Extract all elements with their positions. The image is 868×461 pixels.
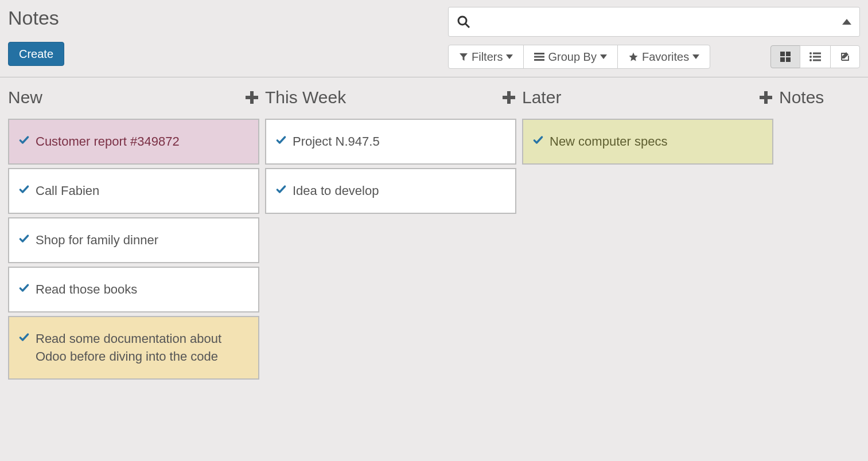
create-button[interactable]: Create: [8, 42, 64, 66]
svg-rect-20: [760, 96, 772, 99]
kanban-column: LaterNew computer specs: [522, 88, 779, 168]
card-text: New computer specs: [550, 132, 667, 151]
check-icon: [532, 134, 544, 146]
bars-icon: [534, 52, 544, 61]
kanban-column: NewCustomer report #349872Call FabienSho…: [8, 88, 265, 383]
svg-rect-8: [786, 57, 791, 62]
page-title: Notes: [8, 7, 64, 29]
card-text: Project N.947.5: [293, 132, 380, 151]
check-icon: [18, 331, 30, 343]
column-header: This Week: [265, 88, 516, 107]
kanban-card[interactable]: Idea to develop: [265, 168, 516, 214]
search-icon: [457, 15, 470, 29]
card-text: Read some documentation about Odoo befor…: [36, 330, 249, 366]
kanban-card[interactable]: Customer report #349872: [8, 119, 259, 165]
check-icon: [18, 233, 30, 244]
svg-point-9: [809, 52, 812, 54]
check-icon: [18, 282, 30, 294]
column-header: Notes: [779, 88, 824, 107]
kanban-column: This WeekProject N.947.5Idea to develop: [265, 88, 522, 217]
chevron-down-icon: [692, 54, 699, 59]
add-card-button[interactable]: [501, 90, 516, 105]
column-title: Later: [522, 88, 561, 107]
add-card-button[interactable]: [758, 90, 773, 105]
favorites-button[interactable]: Favorites: [617, 45, 710, 69]
create-button-label: Create: [19, 48, 53, 60]
card-text: Call Fabien: [36, 182, 99, 200]
plus-icon: [501, 90, 516, 105]
chevron-down-icon: [600, 54, 607, 59]
kanban-card[interactable]: Shop for family dinner: [8, 217, 259, 263]
kanban-board: NewCustomer report #349872Call FabienSho…: [0, 77, 868, 393]
card-text: Idea to develop: [293, 182, 379, 200]
svg-line-1: [465, 24, 469, 28]
filters-label: Filters: [472, 51, 503, 62]
kanban-view-button[interactable]: [770, 45, 800, 68]
column-title: New: [8, 88, 42, 107]
kanban-card[interactable]: Project N.947.5: [265, 119, 516, 165]
search-expand-icon[interactable]: [842, 19, 851, 25]
card-text: Shop for family dinner: [36, 231, 158, 249]
list-icon: [809, 52, 821, 61]
header: Notes Create Filters: [0, 0, 868, 77]
svg-rect-12: [813, 56, 821, 58]
check-icon: [275, 134, 287, 146]
controls-row: Filters Group By Favorites: [448, 45, 860, 69]
kanban-column: Notes: [779, 88, 830, 119]
list-view-button[interactable]: [800, 45, 831, 68]
chevron-down-icon: [506, 54, 513, 59]
svg-rect-5: [780, 52, 785, 56]
column-header: Later: [522, 88, 773, 107]
svg-rect-3: [534, 56, 544, 58]
svg-rect-4: [534, 59, 544, 61]
kanban-card[interactable]: Call Fabien: [8, 168, 259, 214]
check-icon: [18, 183, 30, 195]
header-right: Filters Group By Favorites: [448, 7, 860, 69]
edit-icon: [840, 52, 850, 62]
check-icon: [18, 134, 30, 146]
svg-rect-7: [780, 57, 785, 62]
svg-rect-10: [813, 53, 821, 54]
filter-buttons: Filters Group By Favorites: [448, 45, 710, 69]
edit-view-button[interactable]: [830, 45, 860, 68]
kanban-card[interactable]: New computer specs: [522, 119, 773, 165]
filters-button[interactable]: Filters: [448, 45, 524, 69]
star-icon: [628, 52, 639, 62]
groupby-button[interactable]: Group By: [523, 45, 617, 69]
svg-rect-2: [534, 53, 544, 54]
search-input[interactable]: [470, 15, 842, 29]
groupby-label: Group By: [548, 51, 596, 62]
plus-icon: [244, 90, 259, 105]
svg-rect-16: [246, 96, 258, 99]
svg-point-0: [458, 17, 466, 25]
svg-point-13: [809, 59, 812, 61]
svg-rect-6: [786, 52, 791, 56]
column-title: Notes: [779, 88, 824, 107]
favorites-label: Favorites: [642, 51, 689, 62]
filter-icon: [459, 52, 468, 61]
column-title: This Week: [265, 88, 346, 107]
search-box[interactable]: [448, 7, 860, 37]
kanban-icon: [780, 52, 791, 62]
svg-point-11: [809, 56, 812, 58]
kanban-card[interactable]: Read some documentation about Odoo befor…: [8, 316, 259, 380]
check-icon: [275, 183, 287, 195]
plus-icon: [758, 90, 773, 105]
svg-rect-18: [503, 96, 515, 99]
column-header: New: [8, 88, 259, 107]
header-left: Notes Create: [8, 7, 64, 66]
card-text: Customer report #349872: [36, 132, 180, 151]
svg-rect-14: [813, 60, 821, 61]
card-text: Read those books: [36, 280, 137, 299]
kanban-card[interactable]: Read those books: [8, 267, 259, 312]
view-switcher: [770, 45, 860, 68]
add-card-button[interactable]: [244, 90, 259, 105]
